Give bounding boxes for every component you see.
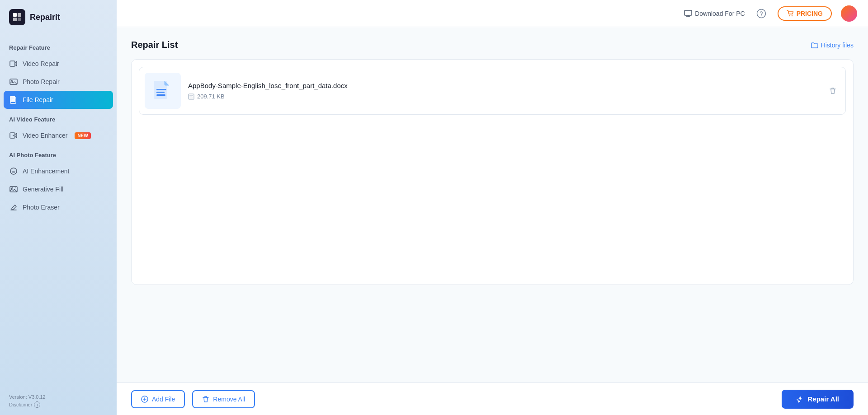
sidebar-item-label-photo-repair: Photo Repair xyxy=(23,78,60,85)
svg-rect-1 xyxy=(18,13,21,17)
svg-point-6 xyxy=(12,80,13,82)
content-area: Repair List History files xyxy=(117,27,868,382)
file-repair-icon xyxy=(9,95,18,104)
app-header: Download For PC PRICING xyxy=(117,0,868,27)
video-repair-icon xyxy=(9,59,18,68)
svg-rect-25 xyxy=(156,94,165,96)
cart-icon xyxy=(787,10,794,17)
file-thumbnail xyxy=(145,73,181,109)
trash-icon xyxy=(202,396,209,403)
folder-icon xyxy=(811,42,818,49)
version-text: Version: V3.0.12 xyxy=(9,394,108,400)
remove-all-button[interactable]: Remove All xyxy=(192,390,255,408)
svg-point-14 xyxy=(12,188,13,189)
sidebar-item-video-repair[interactable]: Video Repair xyxy=(0,55,117,73)
photo-repair-icon xyxy=(9,77,18,86)
sidebar-item-photo-repair[interactable]: Photo Repair xyxy=(0,73,117,91)
download-label: Download For PC xyxy=(695,10,745,17)
sidebar-nav: Repair Feature Video Repair Photo Repair xyxy=(0,33,117,387)
repair-wand-icon xyxy=(796,395,804,403)
docx-icon xyxy=(152,80,174,102)
repair-all-button[interactable]: Repair All xyxy=(782,390,854,409)
sidebar-footer: Version: V3.0.12 Disclaimer i xyxy=(0,387,117,415)
pricing-button[interactable]: PRICING xyxy=(778,6,832,21)
sidebar-item-file-repair[interactable]: File Repair xyxy=(4,91,113,109)
sidebar-item-label-generative-fill: Generative Fill xyxy=(23,186,63,193)
file-size: 209.71 KB xyxy=(188,93,818,100)
svg-rect-15 xyxy=(684,10,692,15)
app-name: Repairit xyxy=(30,13,60,22)
history-files-button[interactable]: History files xyxy=(811,42,854,49)
svg-rect-2 xyxy=(13,18,17,21)
sidebar-item-label-photo-eraser: Photo Eraser xyxy=(23,204,60,211)
page-title: Repair List xyxy=(131,40,178,50)
sidebar-item-label-video-repair: Video Repair xyxy=(23,60,59,67)
sidebar-item-generative-fill[interactable]: Generative Fill xyxy=(0,180,117,198)
sidebar-item-video-enhancer[interactable]: Video Enhancer NEW xyxy=(0,126,117,145)
add-file-button[interactable]: Add File xyxy=(131,390,185,408)
logo-container: Repairit xyxy=(0,0,117,33)
info-icon: i xyxy=(34,401,40,408)
sidebar-item-label-ai-enhancement: AI Enhancement xyxy=(23,168,70,175)
download-for-pc-button[interactable]: Download For PC xyxy=(684,10,745,17)
svg-rect-3 xyxy=(18,18,21,21)
sidebar-item-label-video-enhancer: Video Enhancer xyxy=(23,132,67,139)
main-content: Download For PC PRICING Repair List xyxy=(117,0,868,415)
user-avatar[interactable] xyxy=(841,5,857,22)
sidebar-item-label-file-repair: File Repair xyxy=(23,96,53,103)
table-row: AppBody-Sample-English_lose_front_part_d… xyxy=(139,67,846,115)
photo-eraser-icon xyxy=(9,203,18,212)
svg-point-18 xyxy=(757,9,765,18)
remove-all-label: Remove All xyxy=(213,396,245,403)
pricing-label: PRICING xyxy=(797,10,823,17)
delete-file-button[interactable] xyxy=(826,84,840,98)
video-enhancer-icon xyxy=(9,131,18,140)
help-button[interactable] xyxy=(754,6,769,21)
repair-all-label: Repair All xyxy=(808,395,839,403)
bottom-bar: Add File Remove All Repair All xyxy=(117,382,868,415)
history-label: History files xyxy=(821,42,854,49)
svg-rect-10 xyxy=(10,133,15,138)
svg-rect-0 xyxy=(13,13,17,17)
svg-point-21 xyxy=(791,15,792,16)
add-icon xyxy=(141,396,148,403)
sidebar-item-ai-enhancement[interactable]: AI AI Enhancement xyxy=(0,162,117,180)
ai-enhancement-icon: AI xyxy=(9,167,18,176)
disclaimer-link[interactable]: Disclaimer i xyxy=(9,401,108,408)
svg-text:AI: AI xyxy=(12,170,15,174)
monitor-icon xyxy=(684,10,692,17)
content-header: Repair List History files xyxy=(131,40,854,50)
add-file-label: Add File xyxy=(152,396,175,403)
new-badge: NEW xyxy=(75,132,90,139)
file-name: AppBody-Sample-English_lose_front_part_d… xyxy=(188,82,818,89)
file-info: AppBody-Sample-English_lose_front_part_d… xyxy=(188,82,818,100)
sidebar: Repairit Repair Feature Video Repair xyxy=(0,0,117,415)
file-size-icon xyxy=(188,93,194,100)
svg-point-19 xyxy=(761,15,762,16)
section-title-ai-photo: AI Photo Feature xyxy=(0,145,117,162)
file-list-container: AppBody-Sample-English_lose_front_part_d… xyxy=(131,59,854,285)
svg-point-20 xyxy=(789,15,790,16)
section-title-repair: Repair Feature xyxy=(0,37,117,55)
logo-icon xyxy=(9,9,25,25)
sidebar-item-photo-eraser[interactable]: Photo Eraser xyxy=(0,198,117,216)
section-title-ai-video: AI Video Feature xyxy=(0,109,117,126)
generative-fill-icon xyxy=(9,185,18,194)
svg-rect-4 xyxy=(10,61,15,66)
